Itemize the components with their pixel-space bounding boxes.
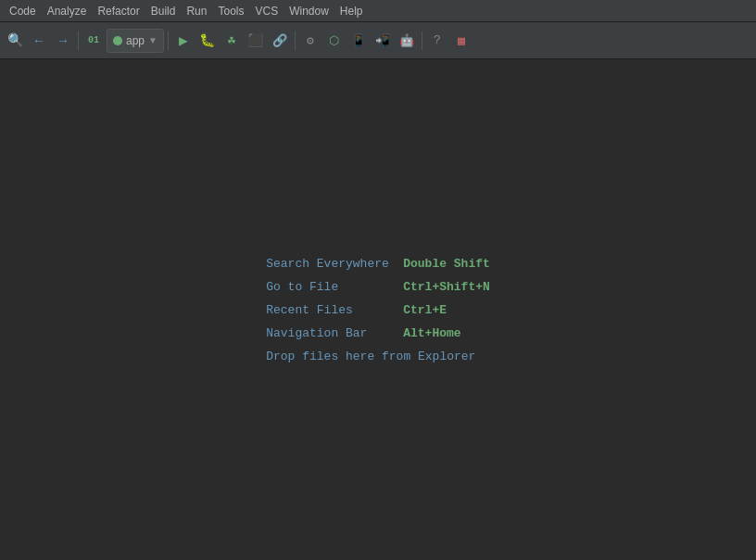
toolbar-separator-2 — [168, 32, 169, 50]
menu-build[interactable]: Build — [145, 0, 182, 21]
hint-row-recentfiles: Recent Files Ctrl+E — [266, 303, 490, 317]
app-selector[interactable]: app ▼ — [107, 29, 164, 53]
menu-refactor[interactable]: Refactor — [92, 0, 145, 21]
menu-bar: Code Analyze Refactor Build Run Tools VC… — [0, 0, 756, 22]
help-button[interactable]: ? — [426, 30, 448, 52]
hint-search-everywhere-shortcut: Double Shift — [403, 257, 490, 271]
forward-button[interactable]: → — [52, 30, 74, 52]
hint-nav-bar-label: Navigation Bar — [266, 326, 396, 340]
sdk-manager-button[interactable]: ⬡ — [323, 30, 346, 52]
menu-code[interactable]: Code — [4, 0, 42, 21]
layout-inspector-button[interactable]: ▦ — [450, 30, 472, 52]
menu-window[interactable]: Window — [284, 0, 334, 21]
hint-drop-files-label: Drop files here from Explorer — [266, 350, 475, 363]
menu-analyze[interactable]: Analyze — [42, 0, 93, 21]
chevron-down-icon: ▼ — [148, 35, 158, 45]
code-style-icon[interactable]: 01 — [82, 30, 105, 52]
hint-row-gotofile: Go to File Ctrl+Shift+N — [266, 280, 490, 294]
stop-button[interactable]: ⬛ — [245, 30, 267, 52]
back-button[interactable]: ← — [28, 30, 50, 52]
toolbar-separator-1 — [78, 32, 79, 50]
app-selector-label: app — [126, 34, 145, 47]
gradle-sync-button[interactable]: ⚙ — [299, 30, 321, 52]
hint-recent-files-label: Recent Files — [266, 303, 396, 317]
toolbar-separator-4 — [422, 32, 422, 50]
menu-help[interactable]: Help — [334, 0, 369, 21]
toolbar-separator-3 — [295, 32, 296, 50]
main-content: Search Everywhere Double Shift Go to Fil… — [0, 59, 756, 560]
debug-button[interactable]: 🐛 — [196, 30, 219, 52]
hint-goto-file-shortcut: Ctrl+Shift+N — [403, 280, 490, 294]
avd-manager-button[interactable]: 📱 — [347, 30, 370, 52]
android2-button[interactable]: 🤖 — [396, 30, 418, 52]
menu-vcs[interactable]: VCS — [249, 0, 284, 21]
hint-search-everywhere-label: Search Everywhere — [266, 257, 396, 271]
device-manager-button[interactable]: 📲 — [372, 30, 394, 52]
attach-debugger-button[interactable]: 🔗 — [269, 30, 291, 52]
hint-panel: Search Everywhere Double Shift Go to Fil… — [266, 257, 490, 363]
android-indicator — [113, 36, 122, 45]
hint-nav-bar-shortcut: Alt+Home — [403, 326, 460, 340]
toolbar: 🔍 ← → 01 app ▼ ▶ 🐛 ☘ ⬛ 🔗 ⚙ ⬡ 📱 📲 🤖 ? ▦ — [0, 22, 756, 59]
run-button[interactable]: ▶ — [172, 30, 195, 52]
hint-row-navbar: Navigation Bar Alt+Home — [266, 326, 490, 340]
search-icon[interactable]: 🔍 — [4, 30, 26, 52]
hint-row-search: Search Everywhere Double Shift — [266, 257, 490, 271]
coverage-button[interactable]: ☘ — [220, 30, 243, 52]
hint-goto-file-label: Go to File — [266, 280, 396, 294]
hint-recent-files-shortcut: Ctrl+E — [403, 303, 447, 317]
menu-run[interactable]: Run — [181, 0, 212, 21]
menu-tools[interactable]: Tools — [212, 0, 249, 21]
hint-row-dropfiles: Drop files here from Explorer — [266, 350, 490, 363]
